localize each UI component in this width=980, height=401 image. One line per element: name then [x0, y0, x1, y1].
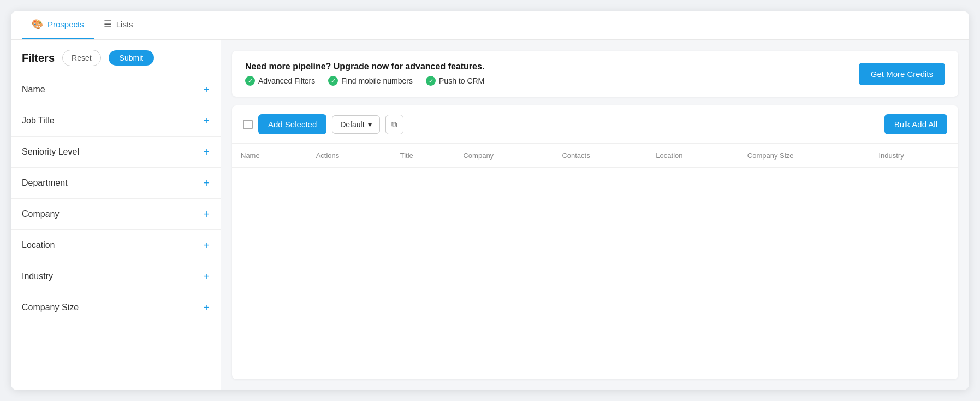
- filter-item-name[interactable]: Name +: [11, 74, 221, 105]
- filter-item-company-size[interactable]: Company Size +: [11, 292, 221, 323]
- external-link-icon: ⧉: [391, 120, 397, 129]
- prospects-icon: 🎨: [32, 19, 43, 30]
- filter-label-department: Department: [22, 178, 68, 188]
- col-header-title: Title: [391, 144, 455, 168]
- filters-title: Filters: [22, 52, 55, 64]
- feature-find-mobile-label: Find mobile numbers: [341, 76, 413, 85]
- filter-label-name: Name: [22, 85, 45, 95]
- prospects-table: Name Actions Title Company Contacts Loca…: [232, 144, 958, 168]
- filter-list: Name + Job Title + Seniority Level + Dep…: [11, 74, 221, 323]
- table-wrapper: Name Actions Title Company Contacts Loca…: [232, 144, 958, 379]
- feature-push-crm-label: Push to CRM: [439, 76, 484, 85]
- sidebar: Filters Reset Submit Name + Job Title + …: [11, 40, 221, 390]
- filter-item-industry[interactable]: Industry +: [11, 261, 221, 292]
- upgrade-features: ✓ Advanced Filters ✓ Find mobile numbers…: [245, 76, 484, 86]
- col-header-name: Name: [232, 144, 307, 168]
- table-head: Name Actions Title Company Contacts Loca…: [232, 144, 958, 168]
- filter-label-company-size: Company Size: [22, 303, 79, 312]
- col-header-company: Company: [454, 144, 553, 168]
- top-nav: 🎨 Prospects ☰ Lists: [11, 11, 969, 40]
- bulk-add-all-button[interactable]: Bulk Add All: [884, 114, 947, 134]
- filter-item-job-title[interactable]: Job Title +: [11, 105, 221, 137]
- filter-plus-industry: +: [203, 271, 210, 282]
- table-header-row: Name Actions Title Company Contacts Loca…: [232, 144, 958, 168]
- upgrade-banner: Need more pipeline? Upgrade now for adva…: [232, 51, 958, 97]
- upgrade-title: Need more pipeline? Upgrade now for adva…: [245, 62, 484, 72]
- filter-plus-department: +: [203, 178, 210, 188]
- sidebar-header: Filters Reset Submit: [11, 40, 221, 74]
- sort-dropdown-label: Default: [340, 120, 364, 129]
- toolbar-right: Bulk Add All: [884, 114, 947, 134]
- filter-plus-location: +: [203, 240, 210, 251]
- col-header-company-size: Company Size: [739, 144, 870, 168]
- filter-label-seniority-level: Seniority Level: [22, 147, 79, 157]
- col-header-actions: Actions: [307, 144, 391, 168]
- col-header-location: Location: [647, 144, 739, 168]
- select-all-checkbox[interactable]: [243, 120, 253, 129]
- table-toolbar: Add Selected Default ▾ ⧉ Bulk Add All: [232, 105, 958, 144]
- check-icon-find-mobile: ✓: [328, 76, 338, 86]
- get-more-credits-button[interactable]: Get More Credits: [859, 63, 945, 85]
- filter-plus-seniority-level: +: [203, 146, 210, 157]
- tab-lists-label: Lists: [116, 20, 133, 29]
- reset-button[interactable]: Reset: [62, 50, 101, 66]
- filter-item-seniority-level[interactable]: Seniority Level +: [11, 137, 221, 168]
- sort-dropdown[interactable]: Default ▾: [332, 115, 379, 134]
- submit-button[interactable]: Submit: [109, 50, 155, 66]
- feature-advanced-filters-label: Advanced Filters: [258, 76, 315, 85]
- feature-advanced-filters: ✓ Advanced Filters: [245, 76, 315, 86]
- filter-plus-name: +: [203, 84, 210, 95]
- filter-plus-company-size: +: [203, 302, 210, 313]
- filter-plus-company: +: [203, 209, 210, 220]
- content-area: Need more pipeline? Upgrade now for adva…: [221, 40, 969, 390]
- tab-prospects-label: Prospects: [47, 20, 84, 29]
- check-icon-push-crm: ✓: [426, 76, 436, 86]
- filter-label-location: Location: [22, 240, 55, 250]
- filter-item-company[interactable]: Company +: [11, 199, 221, 230]
- filter-label-company: Company: [22, 209, 59, 219]
- filter-plus-job-title: +: [203, 115, 210, 126]
- filter-item-department[interactable]: Department +: [11, 168, 221, 199]
- col-header-industry: Industry: [870, 144, 958, 168]
- chevron-down-icon: ▾: [368, 120, 372, 129]
- table-area: Add Selected Default ▾ ⧉ Bulk Add All: [232, 105, 958, 379]
- tab-prospects[interactable]: 🎨 Prospects: [22, 11, 94, 39]
- upgrade-text: Need more pipeline? Upgrade now for adva…: [245, 62, 484, 86]
- filter-label-job-title: Job Title: [22, 116, 55, 126]
- tab-lists[interactable]: ☰ Lists: [94, 11, 143, 39]
- lists-icon: ☰: [104, 19, 112, 30]
- col-header-contacts: Contacts: [553, 144, 647, 168]
- filter-label-industry: Industry: [22, 272, 53, 281]
- check-icon-advanced-filters: ✓: [245, 76, 255, 86]
- filter-item-location[interactable]: Location +: [11, 230, 221, 261]
- add-selected-button[interactable]: Add Selected: [258, 114, 326, 134]
- main-body: Filters Reset Submit Name + Job Title + …: [11, 40, 969, 390]
- external-link-button[interactable]: ⧉: [385, 115, 403, 134]
- feature-find-mobile: ✓ Find mobile numbers: [328, 76, 413, 86]
- feature-push-crm: ✓ Push to CRM: [426, 76, 484, 86]
- app-container: 🎨 Prospects ☰ Lists Filters Reset Submit…: [11, 11, 969, 390]
